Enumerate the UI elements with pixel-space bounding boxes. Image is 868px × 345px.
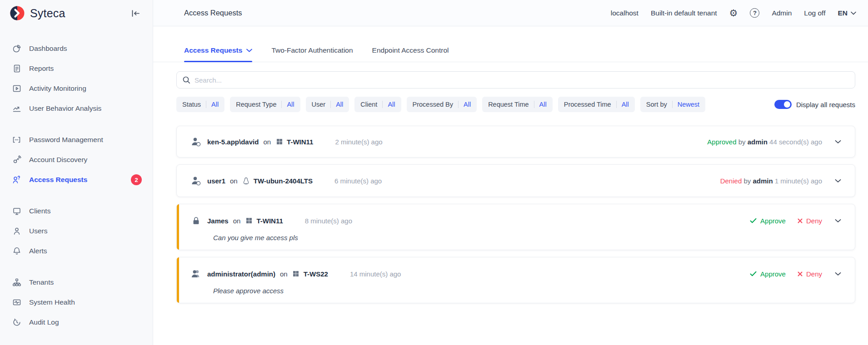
sidebar-item-activity-monitoring[interactable]: Activity Monitoring: [0, 79, 153, 99]
request-row: ken-5.app\david on T-WIN11 2 minute(s) a…: [176, 126, 855, 158]
settings-gear-icon[interactable]: ⚙: [729, 8, 738, 18]
request-time: 6 minute(s) ago: [334, 177, 382, 185]
user-question-icon: [12, 175, 21, 185]
filter-request-time[interactable]: Request TimeAll: [482, 97, 553, 112]
sidebar-item-alerts[interactable]: Alerts: [0, 241, 153, 261]
toggle-switch-icon[interactable]: [774, 100, 792, 109]
sidebar-item-label: Password Management: [29, 136, 103, 144]
request-message: Please approve access: [213, 287, 842, 295]
windows-icon: [275, 138, 283, 146]
user-icon: [12, 227, 21, 236]
approve-button[interactable]: Approve: [750, 217, 786, 225]
sidebar-item-label: Dashboards: [29, 44, 67, 53]
filter-status[interactable]: StatusAll: [176, 97, 224, 112]
sidebar-item-clients[interactable]: Clients: [0, 201, 153, 221]
access-requests-badge: 2: [131, 174, 142, 185]
sidebar-item-account-discovery[interactable]: Account Discovery: [0, 150, 153, 170]
request-client: T-WIN11: [256, 217, 283, 225]
tab-endpoint-access-control[interactable]: Endpoint Access Control: [372, 46, 449, 62]
filter-processed-time[interactable]: Processed TimeAll: [558, 97, 635, 112]
request-user: James: [207, 217, 229, 225]
sidebar-item-audit-log[interactable]: Audit Log: [0, 312, 153, 332]
expand-chevron-icon[interactable]: [834, 271, 842, 277]
request-time: 8 minute(s) ago: [305, 217, 352, 225]
sidebar-nav: Dashboards Reports Activity Monitoring U…: [0, 26, 153, 332]
sidebar-item-label: Access Requests: [29, 176, 87, 184]
syteca-logo: Syteca: [9, 5, 65, 21]
status-text: Approved by admin 44 second(s) ago: [707, 138, 822, 146]
deny-button[interactable]: Deny: [798, 270, 822, 278]
sidebar-item-label: Users: [29, 227, 47, 235]
sidebar-item-access-requests[interactable]: Access Requests 2: [0, 170, 153, 190]
sidebar-item-label: Audit Log: [29, 318, 59, 326]
host-label: localhost: [611, 9, 639, 17]
syteca-logo-icon: [9, 5, 25, 21]
check-icon: [750, 218, 757, 223]
search-input[interactable]: [195, 76, 849, 84]
request-message: Can you give me access pls: [213, 234, 842, 242]
linux-icon: [242, 177, 250, 185]
sort-by-selector[interactable]: Sort byNewest: [640, 97, 705, 112]
help-icon[interactable]: ?: [750, 8, 759, 18]
report-icon: [12, 64, 21, 74]
request-row: administrator(admin) on T-WS22 14 minute…: [176, 257, 855, 303]
sidebar-item-label: Clients: [29, 207, 50, 215]
sidebar-item-dashboards[interactable]: Dashboards: [0, 39, 153, 59]
org-chart-icon: [12, 278, 21, 287]
expand-chevron-icon[interactable]: [834, 218, 842, 224]
tab-two-factor-authentication[interactable]: Two-Factor Authentication: [271, 46, 353, 62]
sidebar: Syteca Dashboards Reports: [0, 0, 153, 345]
line-chart-icon: [12, 104, 21, 113]
chevron-down-icon: [851, 11, 856, 15]
search-box: [176, 71, 855, 89]
brand-name: Syteca: [30, 7, 65, 20]
tabs: Access Requests Two-Factor Authenticatio…: [153, 26, 868, 62]
sidebar-item-label: Activity Monitoring: [29, 84, 86, 93]
sidebar-item-users[interactable]: Users: [0, 221, 153, 241]
request-user: administrator(admin): [207, 270, 275, 278]
pending-indicator-bar: [177, 257, 179, 303]
log-off-link[interactable]: Log off: [804, 9, 825, 17]
top-bar: Access Requests localhost Built-in defau…: [153, 0, 868, 26]
users-duo-icon: [190, 268, 201, 279]
account-menu[interactable]: Admin: [772, 9, 792, 17]
expand-chevron-icon[interactable]: [834, 139, 842, 145]
sidebar-item-label: System Health: [29, 298, 75, 306]
x-icon: [798, 218, 803, 223]
request-row: James on T-WIN11 8 minute(s) ago Approve: [176, 204, 855, 250]
sidebar-item-password-management[interactable]: Password Management: [0, 130, 153, 150]
sidebar-collapse-icon[interactable]: [130, 8, 142, 19]
sidebar-item-user-behavior-analysis[interactable]: User Behavior Analysis: [0, 99, 153, 118]
play-screen-icon: [12, 84, 21, 94]
status-text: Denied by admin 1 minute(s) ago: [720, 177, 822, 185]
key-signal-icon: [12, 155, 21, 165]
pie-chart-icon: [12, 44, 21, 54]
sidebar-item-system-health[interactable]: System Health: [0, 292, 153, 312]
user-badge-icon: [190, 175, 201, 186]
windows-icon: [245, 217, 253, 225]
request-row: user1 on TW-ubun-2404LTS 6 minute(s) ago…: [176, 164, 855, 197]
deny-button[interactable]: Deny: [798, 217, 822, 225]
approve-button[interactable]: Approve: [750, 270, 786, 278]
sidebar-item-label: Alerts: [29, 247, 47, 255]
expand-chevron-icon[interactable]: [834, 178, 842, 184]
monitor-icon: [12, 207, 21, 216]
history-clock-icon: [12, 318, 21, 327]
tab-access-requests[interactable]: Access Requests: [184, 46, 252, 62]
language-selector[interactable]: EN: [838, 9, 856, 17]
sidebar-item-label: User Behavior Analysis: [29, 104, 101, 113]
filters-row: StatusAll Request TypeAll UserAll Client…: [176, 97, 855, 112]
filter-processed-by[interactable]: Processed ByAll: [407, 97, 477, 112]
sidebar-item-reports[interactable]: Reports: [0, 59, 153, 79]
request-client: T-WIN11: [287, 138, 313, 146]
sidebar-item-tenants[interactable]: Tenants: [0, 272, 153, 292]
request-client: TW-ubun-2404LTS: [254, 177, 313, 185]
user-badge-icon: [190, 136, 201, 147]
filter-request-type[interactable]: Request TypeAll: [230, 97, 300, 112]
display-all-requests-toggle[interactable]: Display all requests: [774, 100, 855, 109]
check-icon: [750, 271, 757, 276]
request-list: ken-5.app\david on T-WIN11 2 minute(s) a…: [176, 126, 855, 303]
filter-user[interactable]: UserAll: [306, 97, 349, 112]
filter-client[interactable]: ClientAll: [354, 97, 401, 112]
request-user: ken-5.app\david: [207, 138, 259, 146]
